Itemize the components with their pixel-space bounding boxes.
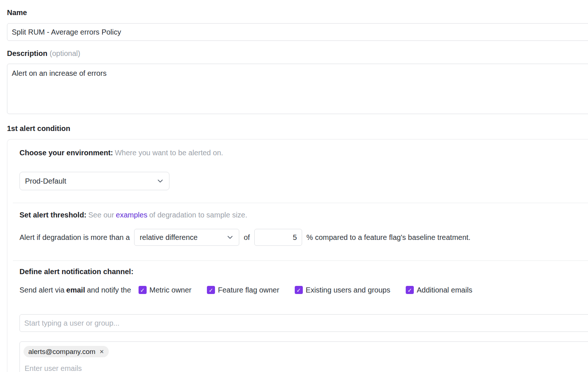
checked-checkbox-icon[interactable]: ✓: [207, 286, 215, 294]
checkbox-existing-users-groups[interactable]: ✓ Existing users and groups: [295, 286, 390, 294]
description-input[interactable]: Alert on an increase of errors: [7, 64, 588, 114]
alert-policy-form: Name Description(optional) Alert on an i…: [0, 8, 588, 372]
description-label-text: Description: [7, 49, 47, 57]
notification-sentence-suffix: and notify the: [87, 286, 131, 294]
environment-hint: Where you want to be alerted on.: [115, 149, 223, 157]
threshold-hint-prefix: See our: [88, 211, 114, 219]
threshold-hint-suffix: of degradation to sample size.: [149, 211, 247, 219]
section-divider: [13, 261, 588, 261]
section-divider: [13, 203, 588, 203]
examples-link[interactable]: examples: [116, 211, 147, 219]
checkbox-label: Additional emails: [417, 286, 472, 294]
name-label: Name: [7, 8, 588, 17]
email-chip: alerts@company.com ✕: [24, 346, 109, 357]
remove-chip-icon[interactable]: ✕: [100, 349, 104, 354]
additional-emails-field[interactable]: alerts@company.com ✕ Enter user emails: [19, 341, 588, 372]
email-chip-text: alerts@company.com: [28, 348, 96, 356]
comparison-select-value: relative difference: [140, 233, 198, 242]
threshold-sentence-suffix: % compared to a feature flag's baseline …: [306, 233, 470, 242]
notification-sentence: Send alert viaemailand notify the: [19, 286, 131, 294]
alert-condition-panel: Choose your environment:Where you want t…: [7, 139, 588, 372]
checkbox-label: Existing users and groups: [306, 286, 390, 294]
threshold-sentence-prefix: Alert if degradation is more than a: [19, 233, 130, 242]
threshold-label: Set alert threshold:: [19, 211, 86, 219]
description-optional-text: (optional): [50, 49, 80, 57]
condition-heading: 1st alert condition: [7, 124, 588, 133]
environment-select[interactable]: Prod-Default: [19, 172, 169, 190]
checked-checkbox-icon[interactable]: ✓: [406, 286, 414, 294]
checkbox-metric-owner[interactable]: ✓ Metric owner: [139, 286, 191, 294]
notification-label-row: Define alert notification channel:: [19, 267, 588, 276]
threshold-of-label: of: [244, 233, 250, 242]
notification-sentence-prefix: Send alert via: [19, 286, 64, 294]
notification-sentence-bold: email: [66, 286, 85, 294]
chevron-down-icon: [226, 234, 234, 241]
threshold-controls-row: Alert if degradation is more than a rela…: [19, 229, 588, 246]
environment-label-row: Choose your environment:Where you want t…: [19, 148, 588, 157]
description-label: Description(optional): [7, 49, 588, 58]
checked-checkbox-icon[interactable]: ✓: [295, 286, 303, 294]
environment-label: Choose your environment:: [19, 149, 113, 157]
chevron-down-icon: [157, 177, 164, 185]
notification-recipients-row: Send alert viaemailand notify the ✓ Metr…: [19, 286, 588, 294]
name-input[interactable]: [7, 23, 588, 41]
checkbox-label: Metric owner: [150, 286, 191, 294]
threshold-label-row: Set alert threshold:See ourexamplesof de…: [19, 210, 588, 219]
threshold-value-input[interactable]: [254, 229, 302, 246]
checkbox-feature-flag-owner[interactable]: ✓ Feature flag owner: [207, 286, 279, 294]
user-group-search-input[interactable]: [19, 314, 588, 332]
checkbox-additional-emails[interactable]: ✓ Additional emails: [406, 286, 472, 294]
emails-placeholder-text: Enter user emails: [25, 364, 587, 372]
checked-checkbox-icon[interactable]: ✓: [139, 286, 147, 294]
environment-select-value: Prod-Default: [25, 177, 66, 185]
comparison-type-select[interactable]: relative difference: [134, 229, 239, 246]
notification-label: Define alert notification channel:: [19, 268, 133, 276]
checkbox-label: Feature flag owner: [218, 286, 279, 294]
